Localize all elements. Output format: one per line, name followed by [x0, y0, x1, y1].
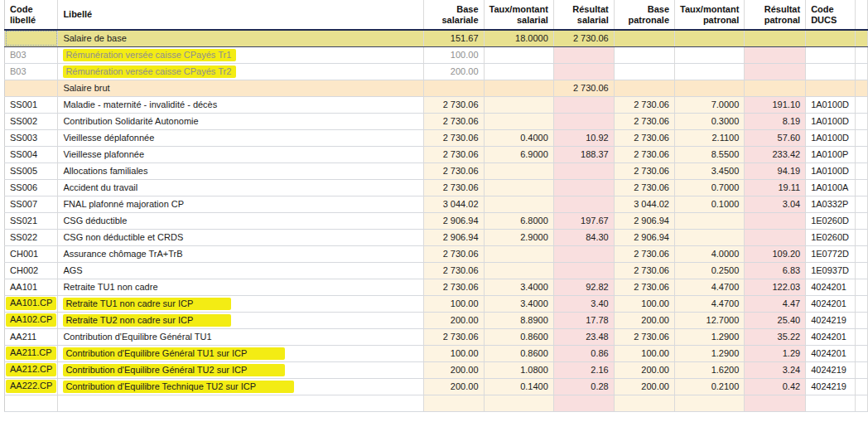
cell-resultat-salarial[interactable] [553, 113, 614, 129]
cell-libelle[interactable]: Rémunération versée caisse CPayés Tr2 [58, 63, 423, 80]
cell-taux-montant-patronal[interactable]: 0.3000 [675, 113, 745, 129]
cell-base-patronale[interactable]: 200.00 [614, 361, 674, 378]
cell-code[interactable]: SS002 [5, 113, 58, 129]
cell-resultat-patronal[interactable]: 25.40 [745, 312, 806, 328]
cell-libelle[interactable]: Assurance chômage TrA+TrB [58, 245, 423, 262]
table-row[interactable]: CH001 Assurance chômage TrA+TrB 2 730.06… [5, 245, 868, 262]
cell-libelle[interactable]: Contribution d'Equilibre Technique TU2 s… [58, 378, 423, 395]
cell-taux-montant-salarial[interactable]: 0.8600 [484, 328, 553, 345]
cell-base-patronale[interactable]: 2 906.94 [614, 212, 674, 229]
cell-resultat-salarial[interactable]: 10.92 [553, 129, 614, 146]
cell-resultat-salarial[interactable]: 23.48 [553, 328, 614, 345]
cell-code-ducs[interactable] [806, 46, 856, 63]
cell-base-patronale[interactable] [614, 46, 674, 63]
table-row[interactable]: Salaire de base 151.67 18.0000 2 730.06 [5, 30, 868, 46]
cell-code[interactable]: SS001 [5, 96, 58, 113]
cell-libelle[interactable]: Vieillesse plafonnée [58, 146, 423, 162]
cell-resultat-patronal[interactable]: 233.42 [745, 146, 806, 162]
cell-code-ducs[interactable]: 1A0100D [806, 113, 856, 129]
cell-code[interactable]: SS005 [5, 162, 58, 179]
cell-resultat-salarial[interactable]: 84.30 [553, 229, 614, 245]
table-row[interactable]: SS022 CSG non déductible et CRDS 2 906.9… [5, 229, 868, 245]
cell-resultat-patronal[interactable]: 8.19 [745, 113, 806, 129]
cell-taux-montant-patronal[interactable]: 0.7000 [675, 179, 745, 196]
cell-base-patronale[interactable]: 200.00 [614, 378, 674, 395]
cell-libelle[interactable]: FNAL plafonné majoration CP [58, 196, 423, 212]
cell-base-patronale[interactable]: 2 730.06 [614, 129, 674, 146]
cell-code-ducs[interactable]: 1A0100A [806, 179, 856, 196]
cell-taux-montant-patronal[interactable] [675, 63, 745, 80]
cell-taux-montant-patronal[interactable]: 4.4700 [675, 279, 745, 295]
cell-libelle[interactable]: Contribution d'Equilibre Général TU2 sur… [58, 361, 423, 378]
cell-code-ducs[interactable]: 4024201 [806, 345, 856, 361]
cell-base-salariale[interactable]: 2 730.06 [423, 262, 484, 279]
cell-base-patronale[interactable] [614, 395, 674, 411]
cell-trailing[interactable] [856, 312, 868, 328]
cell-base-patronale[interactable]: 2 730.06 [614, 113, 674, 129]
cell-trailing[interactable] [856, 245, 868, 262]
cell-trailing[interactable] [856, 295, 868, 312]
table-row[interactable]: Salaire brut 2 730.06 [5, 80, 868, 96]
cell-resultat-patronal[interactable]: 19.11 [745, 179, 806, 196]
cell-code-ducs[interactable]: 4024201 [806, 328, 856, 345]
cell-code-ducs[interactable]: 1A0100D [806, 96, 856, 113]
cell-taux-montant-salarial[interactable]: 3.4000 [484, 295, 553, 312]
cell-base-patronale[interactable]: 2 730.06 [614, 279, 674, 295]
cell-taux-montant-salarial[interactable]: 1.0800 [484, 361, 553, 378]
cell-resultat-patronal[interactable]: 4.47 [745, 295, 806, 312]
cell-code-ducs[interactable]: 4024219 [806, 312, 856, 328]
cell-trailing[interactable] [856, 63, 868, 80]
cell-taux-montant-salarial[interactable] [484, 96, 553, 113]
cell-base-salariale[interactable]: 2 730.06 [423, 129, 484, 146]
cell-base-patronale[interactable] [614, 80, 674, 96]
cell-base-salariale[interactable]: 2 730.06 [423, 96, 484, 113]
cell-code[interactable]: AA102.CP [5, 312, 58, 328]
cell-trailing[interactable] [856, 328, 868, 345]
cell-trailing[interactable] [856, 212, 868, 229]
cell-taux-montant-patronal[interactable]: 12.7000 [675, 312, 745, 328]
cell-trailing[interactable] [856, 179, 868, 196]
cell-resultat-patronal[interactable] [745, 80, 806, 96]
cell-taux-montant-patronal[interactable]: 8.5500 [675, 146, 745, 162]
cell-trailing[interactable] [856, 395, 868, 411]
cell-base-patronale[interactable]: 2 730.06 [614, 96, 674, 113]
table-row[interactable] [5, 395, 868, 411]
cell-code[interactable]: CH002 [5, 262, 58, 279]
cell-code[interactable] [5, 395, 58, 411]
cell-base-salariale[interactable]: 2 730.06 [423, 162, 484, 179]
cell-libelle[interactable]: Retraite TU1 non cadre [58, 279, 423, 295]
cell-taux-montant-salarial[interactable]: 18.0000 [484, 30, 553, 46]
cell-base-patronale[interactable]: 2 730.06 [614, 146, 674, 162]
cell-base-salariale[interactable]: 200.00 [423, 63, 484, 80]
cell-code-ducs[interactable]: 4024219 [806, 378, 856, 395]
cell-resultat-salarial[interactable] [553, 96, 614, 113]
cell-code[interactable]: SS021 [5, 212, 58, 229]
cell-resultat-patronal[interactable]: 3.04 [745, 196, 806, 212]
cell-code-ducs[interactable]: 1A0100P [806, 146, 856, 162]
cell-base-salariale[interactable]: 151.67 [423, 30, 484, 46]
cell-trailing[interactable] [856, 113, 868, 129]
cell-base-patronale[interactable] [614, 63, 674, 80]
cell-resultat-salarial[interactable]: 0.28 [553, 378, 614, 395]
cell-trailing[interactable] [856, 229, 868, 245]
table-row[interactable]: B03 Rémunération versée caisse CPayés Tr… [5, 46, 868, 63]
cell-taux-montant-salarial[interactable]: 6.8000 [484, 212, 553, 229]
cell-code-ducs[interactable]: 1E0937D [806, 262, 856, 279]
cell-resultat-patronal[interactable]: 3.24 [745, 361, 806, 378]
cell-taux-montant-patronal[interactable]: 0.2100 [675, 378, 745, 395]
cell-taux-montant-salarial[interactable] [484, 113, 553, 129]
cell-base-patronale[interactable]: 2 730.06 [614, 162, 674, 179]
cell-resultat-salarial[interactable] [553, 162, 614, 179]
cell-resultat-salarial[interactable] [553, 63, 614, 80]
cell-taux-montant-salarial[interactable]: 0.8600 [484, 345, 553, 361]
cell-taux-montant-salarial[interactable] [484, 63, 553, 80]
cell-taux-montant-salarial[interactable]: 3.4000 [484, 279, 553, 295]
cell-libelle[interactable]: Retraite TU2 non cadre sur ICP [58, 312, 423, 328]
cell-taux-montant-salarial[interactable] [484, 80, 553, 96]
table-row[interactable]: SS007 FNAL plafonné majoration CP 3 044.… [5, 196, 868, 212]
cell-base-salariale[interactable] [423, 80, 484, 96]
cell-taux-montant-patronal[interactable]: 4.4700 [675, 295, 745, 312]
table-row[interactable]: SS021 CSG déductible 2 906.94 6.8000 197… [5, 212, 868, 229]
table-row[interactable]: AA212.CP Contribution d'Equilibre Généra… [5, 361, 868, 378]
cell-resultat-patronal[interactable]: 6.83 [745, 262, 806, 279]
